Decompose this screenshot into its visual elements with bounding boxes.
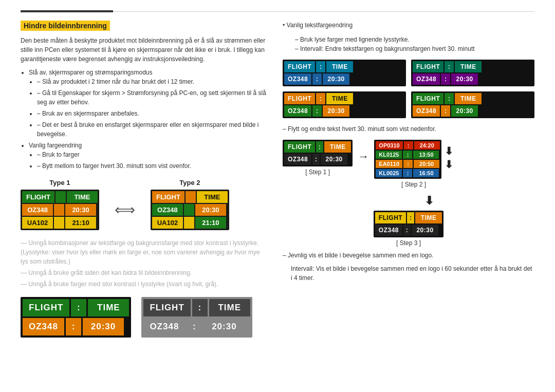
type1-ua102: UA102 <box>22 217 53 229</box>
type1-row1: OZ348 20:30 <box>22 204 98 216</box>
s1-colon: : <box>316 141 323 153</box>
intro-text: Den beste måten å beskytte produktet mot… <box>21 36 267 64</box>
type1-container: Type 1 FLIGHT TIME OZ348 20:30 UA102 <box>21 179 99 230</box>
vanlig-sub-2: Intervall: Endre tekstfargen og bakgrunn… <box>295 44 534 53</box>
type2-header: FLIGHT TIME <box>152 191 228 203</box>
step2-box: OP0310 : 24:20 KL0125 : 13:50 EA0110 : <box>374 140 453 188</box>
type2-container: Type 2 FLIGHT TIME OZ348 20:30 UA102 <box>151 179 229 230</box>
vanlig-note: • Vanlig tekstfargeendring <box>283 21 534 30</box>
cb4-colon: : <box>445 93 454 104</box>
step1-label: [ Step 1 ] <box>283 169 353 176</box>
sr3-col1: EA0110 <box>376 160 402 168</box>
btm-gray-oz348: OZ348 <box>143 318 185 335</box>
scroll-row-3: EA0110 : 20:50 <box>376 160 439 168</box>
s1-header: FLIGHT : TIME <box>284 141 351 153</box>
cb4-time: TIME <box>455 93 482 104</box>
cb2-time: TIME <box>455 61 482 72</box>
final-note-2: Intervall: Vis et bilde i bevegelse samm… <box>291 264 534 283</box>
sr4-col2: 16:50 <box>413 169 439 177</box>
cb3-2030: 20:30 <box>323 105 349 117</box>
rule-light <box>113 11 534 12</box>
sub-item-2-1: Bruk to farger <box>37 150 267 159</box>
avoid-note-1: Unngå kombinasjoner av tekstfarge og bak… <box>21 238 267 266</box>
step3-board: FLIGHT : TIME OZ348 : 20:30 <box>374 211 443 237</box>
sr2-col1: KL0125 <box>376 151 402 159</box>
cb1-colon: : <box>316 61 325 72</box>
step1-box: FLIGHT : TIME OZ348 : 20:30 [ Step 1 ] <box>283 140 353 176</box>
main-bullet-list: Slå av, skjermsparer og strømsparingsmod… <box>29 68 267 171</box>
s1-2030: 20:30 <box>321 154 347 165</box>
s1-row: OZ348 : 20:30 <box>284 154 351 165</box>
color-board-4: FLIGHT : TIME OZ348 : 20:30 <box>411 91 534 118</box>
cb3-oz348: OZ348 <box>284 105 311 117</box>
sr2-sep: : <box>403 151 412 159</box>
bullet-item-2: Vanlig fargeendring Bruk to farger Bytt … <box>29 141 267 171</box>
down-arrow-icon: ⬇ <box>424 194 434 207</box>
s3-colon: : <box>407 212 414 223</box>
sr4-col1: KL0025 <box>376 169 402 177</box>
btm-gray-flight: FLIGHT <box>143 299 190 316</box>
type1-oz348: OZ348 <box>22 204 53 216</box>
right-arrow-icon: → <box>358 150 369 163</box>
bottom-board-black: FLIGHT : TIME OZ348 : 20:30 <box>21 297 131 338</box>
scroll-row-1: OP0310 : 24:20 <box>376 141 439 150</box>
bottom-black-row: OZ348 : 20:30 <box>23 318 129 335</box>
avoid-note-3: Unngå å bruke farger med stor kontrast i… <box>21 279 267 289</box>
cb1-time: TIME <box>326 61 353 72</box>
type1-colon <box>55 191 66 203</box>
s3-header: FLIGHT : TIME <box>375 212 442 223</box>
sr4-sep: : <box>403 169 412 177</box>
step2-scroll-board: OP0310 : 24:20 KL0125 : 13:50 EA0110 : <box>374 140 441 179</box>
bullet-item-1: Slå av, skjermsparer og strømsparingsmod… <box>29 68 267 139</box>
type2-2110: 21:10 <box>195 217 226 229</box>
sr1-col1: OP0310 <box>376 141 402 150</box>
s3-row: OZ348 : 20:30 <box>375 225 442 236</box>
s3-flight: FLIGHT <box>375 212 406 223</box>
sr3-col2: 20:50 <box>414 160 439 168</box>
btm-gray-2030: 20:30 <box>203 318 245 335</box>
sub-item-1-1: Slå av produktet i 2 timer når du har br… <box>37 77 267 86</box>
cb2-colon2: : <box>441 73 450 85</box>
down-arrow-container: ⬇ <box>324 194 534 208</box>
step3-label: [ Step 3 ] <box>283 239 534 247</box>
bottom-gray-row: OZ348 : 20:30 <box>143 318 250 335</box>
cb3-header: FLIGHT : TIME <box>284 93 404 104</box>
type-examples: Type 1 FLIGHT TIME OZ348 20:30 UA102 <box>21 179 267 230</box>
type2-row2: UA102 21:10 <box>152 217 228 229</box>
cb4-flight: FLIGHT <box>413 93 443 104</box>
type2-colon3 <box>184 217 194 229</box>
cb2-flight: FLIGHT <box>413 61 443 72</box>
color-grid: FLIGHT : TIME OZ348 : 20:30 FLIGHT : TIM… <box>283 60 534 118</box>
right-column: • Vanlig tekstfargeendring Bruk lyse far… <box>283 21 534 338</box>
type2-colon2 <box>184 204 194 216</box>
type1-colon2 <box>54 204 64 216</box>
swap-arrow-icon: ⟺ <box>115 201 135 218</box>
section-title: Hindre bildeinnbrenning <box>21 21 110 31</box>
cb4-header: FLIGHT : TIME <box>413 93 533 104</box>
btm-gray-colon: : <box>192 299 208 316</box>
type1-2110: 21:10 <box>65 217 96 229</box>
type2-ua102: UA102 <box>152 217 183 229</box>
type1-label: Type 1 <box>21 179 99 186</box>
btm-blk-colon2: : <box>66 318 81 335</box>
btm-gray-colon2: : <box>187 318 202 335</box>
btm-blk-2030: 20:30 <box>83 318 124 335</box>
sub-item-1-2: Gå til Egenskaper for skjerm > Strømfors… <box>37 88 267 107</box>
cb2-colon: : <box>445 61 454 72</box>
sr1-col2: 24:20 <box>414 141 440 150</box>
type1-2030: 20:30 <box>65 204 96 216</box>
s3-colon2: : <box>403 225 411 236</box>
type1-flight-label: FLIGHT <box>22 191 54 203</box>
btm-gray-time: TIME <box>209 299 250 316</box>
btm-blk-oz348: OZ348 <box>23 318 64 335</box>
cb2-2030: 20:30 <box>451 73 478 85</box>
bottom-board-gray: FLIGHT : TIME OZ348 : 20:30 <box>141 297 252 338</box>
type1-time-label: TIME <box>67 191 98 203</box>
sub-list-1: Slå av produktet i 2 timer når du har br… <box>37 77 267 139</box>
cb1-flight: FLIGHT <box>284 61 315 72</box>
sr3-sep: : <box>403 160 413 168</box>
sub-list-2: Bruk to farger Bytt mellom to farger hve… <box>37 150 267 171</box>
final-note-1: Jevnlig vis et bilde i bevegelse sammen … <box>283 251 534 260</box>
rule-dark <box>21 10 113 12</box>
s3-time: TIME <box>415 212 442 223</box>
